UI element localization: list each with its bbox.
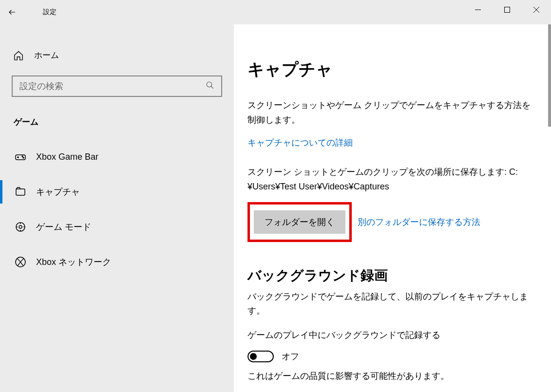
maximize-button[interactable] <box>493 0 522 19</box>
titlebar: 設定 <box>0 0 551 24</box>
arrow-left-icon <box>8 8 17 17</box>
toggle-state-label: オフ <box>282 351 299 362</box>
close-button[interactable] <box>522 0 551 19</box>
window-controls <box>463 0 551 19</box>
minimize-icon <box>475 6 481 13</box>
intro-text: スクリーンショットやゲーム クリップでゲームをキャプチャする方法を制御します。 <box>247 98 536 127</box>
page-title: キャプチャ <box>247 58 536 81</box>
home-icon <box>12 50 25 61</box>
toggle-knob <box>250 353 257 360</box>
nav-item-xbox-network[interactable]: Xbox ネットワーク <box>0 244 234 280</box>
game-bar-icon <box>14 151 27 163</box>
search-box[interactable] <box>12 75 222 97</box>
svg-point-10 <box>23 157 24 158</box>
content-pane: キャプチャ スクリーンショットやゲーム クリップでゲームをキャプチャする方法を制… <box>234 24 551 392</box>
home-nav[interactable]: ホーム <box>0 44 234 67</box>
maximize-icon <box>504 6 511 13</box>
home-label: ホーム <box>34 50 59 61</box>
svg-point-4 <box>207 82 212 87</box>
background-record-toggle[interactable] <box>247 351 274 362</box>
save-location-text: スクリーン ショットとゲームのクリップを次の場所に保存します: C:¥Users… <box>247 165 536 194</box>
sidebar: ホーム ゲーム Xbox Game Bar キャプチャ <box>0 24 234 392</box>
back-button[interactable] <box>0 0 24 24</box>
toggle-caption: ゲームのプレイ中にバックグラウンドで記録する <box>247 328 536 343</box>
nav-item-capture[interactable]: キャプチャ <box>0 174 234 209</box>
scrollbar[interactable] <box>548 24 551 127</box>
svg-line-5 <box>211 86 213 89</box>
highlight-box: フォルダーを開く <box>247 202 352 242</box>
open-folder-button[interactable]: フォルダーを開く <box>254 210 345 234</box>
svg-rect-1 <box>505 7 510 13</box>
svg-rect-11 <box>16 189 25 195</box>
nav-label: キャプチャ <box>36 186 80 198</box>
nav-item-xbox-game-bar[interactable]: Xbox Game Bar <box>0 139 234 174</box>
window-title: 設定 <box>43 8 57 17</box>
background-recording-desc: バックグラウンドでゲームを記録して、以前のプレイをキャプチャします。 <box>247 290 536 318</box>
svg-point-13 <box>19 225 22 228</box>
nav-label: Xbox ネットワーク <box>36 256 111 268</box>
nav-item-game-mode[interactable]: ゲーム モード <box>0 209 234 244</box>
capture-icon <box>14 186 27 198</box>
nav-label: Xbox Game Bar <box>36 152 98 162</box>
search-input[interactable] <box>19 81 206 92</box>
category-label: ゲーム <box>0 111 234 139</box>
svg-point-9 <box>22 156 23 157</box>
search-icon <box>206 81 214 92</box>
game-mode-icon <box>14 221 27 233</box>
nav-label: ゲーム モード <box>36 221 91 233</box>
learn-more-link[interactable]: キャプチャについての詳細 <box>247 138 353 148</box>
xbox-network-icon <box>14 256 27 268</box>
quality-note: これはゲームの品質に影響する可能性があります。 <box>247 369 536 384</box>
close-icon <box>533 6 540 13</box>
background-recording-title: バックグラウンド録画 <box>247 266 536 285</box>
minimize-button[interactable] <box>463 0 493 19</box>
different-folder-link[interactable]: 別のフォルダー​に​保存​する​方法 <box>358 216 480 228</box>
